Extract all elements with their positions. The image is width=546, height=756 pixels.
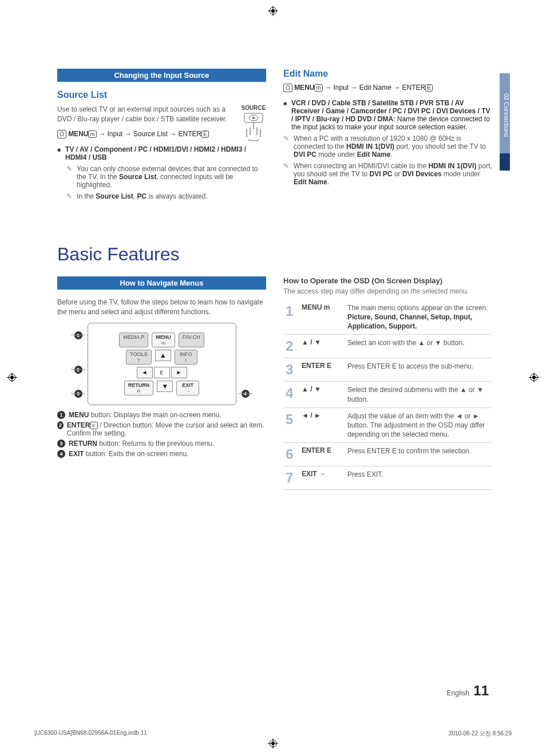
osd-step-row: 5◄ / ►Adjust the value of an item with t… (283, 407, 492, 443)
page-number: English 11 (447, 683, 489, 699)
osd-step-number: 5 (283, 407, 299, 443)
osd-step-desc: The main menu options appear on the scre… (345, 300, 492, 335)
btn-exit: EXIT→ (176, 381, 199, 395)
remote-diagram: MEDIA.P MENUm FAV.CH TOOLST ▲ INFOi ◄ E … (88, 323, 236, 405)
osd-step-desc: Select an icon with the ▲ or ▼ button. (345, 335, 492, 358)
svg-point-3 (271, 9, 275, 13)
section-bar-navigate: How to Navigate Menus (57, 276, 266, 290)
callout-1-text: button: Displays the main on-screen menu… (91, 411, 221, 419)
bullet-source-options: TV / AV / Component / PC / HDMI1/DVI / H… (57, 145, 266, 161)
osd-step-row: 6ENTER EPress ENTER E to confirm the sel… (283, 443, 492, 466)
navigate-intro: Before using the TV, follow the steps be… (57, 298, 266, 317)
osd-step-key: ▲ / ▼ (299, 382, 345, 407)
callout-3-marker: 3 (74, 390, 82, 398)
callout-1-icon: 1 (57, 411, 65, 419)
dpad-right-icon: ► (171, 367, 187, 378)
callout-2-marker: 2 (74, 366, 82, 374)
heading-basic-features: Basic Features (57, 244, 492, 265)
osd-step-number: 4 (283, 382, 299, 407)
heading-source-list: Source List (57, 90, 266, 100)
osd-steps-table: 1MENU mThe main menu options appear on t… (283, 300, 492, 490)
dpad-enter-icon: E (154, 367, 170, 378)
osd-step-number: 3 (283, 358, 299, 382)
footer-stamp: 2010-06-22 오전 8:56:29 (449, 730, 512, 738)
bullet-edit-name-options: VCR / DVD / Cable STB / Satellite STB / … (283, 99, 492, 131)
btn-tools: TOOLST (126, 350, 151, 365)
crop-mark-top (268, 6, 278, 18)
btn-return: RETURNR (124, 381, 154, 395)
osd-step-row: 3ENTER EPress ENTER E to access the sub-… (283, 358, 492, 382)
osd-step-desc: Press ENTER E to access the sub-menu. (345, 358, 492, 382)
btn-info: INFOi (175, 350, 197, 365)
osd-step-desc: Press ENTER E to confirm the selection. (345, 443, 492, 466)
callout-3-text: button: Returns to the previous menu. (99, 440, 214, 448)
callout-4-text: button: Exits the on-screen menu. (86, 450, 188, 458)
osd-step-row: 7EXIT →Press EXIT. (283, 466, 492, 490)
osd-step-key: ENTER E (299, 358, 345, 382)
note-pc-activated: In the Source List, PC is always activat… (66, 192, 266, 200)
osd-step-number: 6 (283, 443, 299, 466)
callout-2-icon: 2 (57, 421, 64, 429)
right-column: Edit Name O MENUm → Input → Edit Name → … (283, 69, 492, 204)
callout-list: 1MENU button: Displays the main on-scree… (57, 411, 266, 458)
btn-media-p: MEDIA.P (119, 333, 148, 347)
menu-button-icon: O (283, 84, 292, 92)
section-bar-input-source: Changing the Input Source (57, 69, 266, 82)
right-column-lower: How to Operate the OSD (On Screen Displa… (283, 276, 492, 490)
osd-step-desc: Press EXIT. (345, 466, 492, 490)
osd-step-row: 1MENU mThe main menu options appear on t… (283, 300, 492, 335)
left-column-lower: How to Navigate Menus Before using the T… (57, 276, 266, 490)
menu-path-edit-name: O MENUm → Input → Edit Name → ENTERE (283, 84, 492, 92)
footer-meta: [UC6300-USA]BN68-02956A-01Eng.indb 11 20… (34, 730, 512, 738)
btn-fav-ch: FAV.CH (179, 333, 204, 347)
heading-edit-name: Edit Name (283, 69, 492, 79)
osd-step-row: 2▲ / ▼Select an icon with the ▲ or ▼ but… (283, 335, 492, 358)
callout-3-icon: 3 (57, 440, 65, 448)
menu-button-icon: O (57, 130, 66, 138)
callout-1-marker: 1 (74, 331, 82, 339)
left-column: Changing the Input Source Source List Us… (57, 69, 266, 204)
section-tab-dark (500, 153, 510, 171)
svg-point-7 (271, 742, 275, 745)
osd-step-number: 7 (283, 466, 299, 490)
svg-point-15 (532, 375, 536, 379)
osd-subtitle: The access step may differ depending on … (283, 287, 492, 295)
osd-step-desc: Select the desired submenu with the ▲ or… (345, 382, 492, 407)
osd-step-key: ▲ / ▼ (299, 335, 345, 358)
osd-step-key: ◄ / ► (299, 407, 345, 443)
dpad-up-icon: ▲ (155, 350, 171, 361)
footer-file: [UC6300-USA]BN68-02956A-01Eng.indb 11 (34, 730, 147, 738)
crop-mark-bottom (268, 738, 278, 750)
source-list-intro: Use to select TV or an external input so… (57, 105, 235, 124)
osd-heading: How to Operate the OSD (On Screen Displa… (283, 276, 492, 285)
crop-mark-left (7, 372, 17, 384)
page-content: Changing the Input Source Source List Us… (57, 69, 492, 490)
callout-4-icon: 4 (57, 450, 65, 458)
dpad-left-icon: ◄ (137, 367, 153, 378)
section-tab: 02 Connections (500, 73, 510, 153)
svg-point-18 (252, 117, 255, 119)
svg-point-11 (10, 375, 14, 379)
osd-step-desc: Adjust the value of an item with the ◄ o… (345, 407, 492, 443)
note-dvi-devices: When connecting an HDMI/DVI cable to the… (283, 162, 492, 186)
btn-menu: MENUm (152, 333, 175, 347)
menu-path-source-list: O MENUm → Input → Source List → ENTERE (57, 130, 235, 138)
osd-step-key: EXIT → (299, 466, 345, 490)
source-button-illustration: SOURCE (241, 105, 266, 144)
osd-step-key: ENTER E (299, 443, 345, 466)
osd-step-number: 1 (283, 300, 299, 335)
dpad-down-icon: ▼ (157, 381, 173, 392)
crop-mark-right (529, 372, 539, 384)
callout-4-marker: 4 (242, 390, 250, 398)
osd-step-number: 2 (283, 335, 299, 358)
osd-step-key: MENU m (299, 300, 345, 335)
note-dvi-pc: When a PC with a resolution of 1920 x 10… (283, 134, 492, 159)
osd-step-row: 4▲ / ▼Select the desired submenu with th… (283, 382, 492, 407)
note-source-connected: You can only choose external devices tha… (66, 165, 266, 189)
